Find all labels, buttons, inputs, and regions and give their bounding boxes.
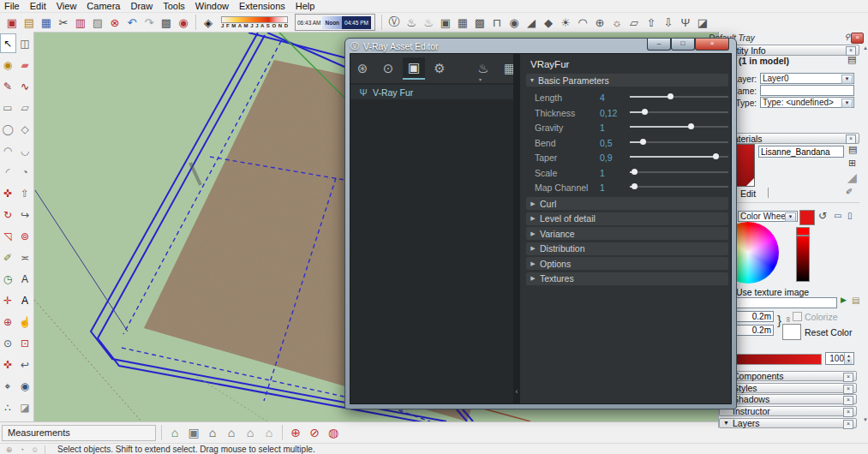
zoom-tool[interactable]: ⊙	[0, 333, 16, 353]
reset-color-swatch[interactable]	[782, 324, 801, 340]
zoom-previous-tool[interactable]: ↩	[17, 355, 33, 374]
parameter-slider[interactable]	[630, 150, 728, 164]
shadow-date-slider[interactable]: J F M A M J J A S O N D	[219, 15, 290, 30]
parameter-slider[interactable]	[630, 120, 728, 134]
shadow-time-slider[interactable]: 06:43 AM Noon 04:45 PM	[295, 14, 375, 31]
render-interactive-icon[interactable]: ♨	[420, 14, 437, 31]
parameter-slider[interactable]	[630, 105, 728, 119]
section-rollup-icon[interactable]: ×	[843, 396, 853, 405]
layer-dropdown[interactable]: Layer0 ▼	[760, 73, 854, 84]
scale-tool[interactable]: ◹	[0, 226, 16, 246]
menu-edit[interactable]: Edit	[30, 1, 53, 11]
follow-me-tool[interactable]: ↪	[17, 205, 33, 224]
section-cut-icon[interactable]: ◍	[324, 423, 343, 442]
erase-icon[interactable]: ⊗	[106, 14, 123, 31]
parameter-slider[interactable]	[630, 165, 728, 179]
section-plane-tool[interactable]: ◪	[17, 397, 33, 417]
menu-window[interactable]: Window	[195, 1, 236, 11]
color-picker-dropdown[interactable]: Color Wheel ▼	[738, 211, 798, 222]
parameter-slider[interactable]	[630, 180, 728, 194]
slider-handle[interactable]	[667, 93, 673, 99]
menu-extensions[interactable]: Extensions	[239, 1, 292, 11]
eyedropper-icon[interactable]: ✐	[846, 187, 853, 196]
close-button[interactable]: ×	[695, 39, 729, 51]
spinner-arrows-icon[interactable]: ▲▼	[844, 353, 853, 364]
collapsed-section[interactable]: ▶ Curl	[526, 197, 728, 210]
parameter-value[interactable]: 4	[600, 93, 605, 103]
clipper-icon[interactable]: ◪	[694, 14, 711, 31]
lock-frame-buffer-icon[interactable]: ▩	[471, 14, 488, 31]
colorize-checkbox[interactable]	[793, 312, 802, 321]
section-rollup-icon[interactable]: ×	[843, 373, 853, 382]
browse-texture-icon[interactable]: ▶	[841, 296, 847, 304]
parameter-slider[interactable]	[630, 135, 728, 149]
slider-handle[interactable]	[713, 153, 719, 159]
name-field[interactable]	[760, 85, 854, 96]
pin-icon[interactable]: ⚲	[844, 33, 850, 41]
mesh-light-icon[interactable]: ⊕	[591, 14, 608, 31]
polygon-tool[interactable]: ◇	[17, 119, 33, 139]
texture-stack-icon[interactable]: ▤	[852, 296, 859, 305]
maximize-button[interactable]: □	[671, 39, 695, 51]
line-tool[interactable]: ✎	[0, 76, 16, 96]
position-camera-tool[interactable]: ⌖	[0, 376, 16, 396]
two-point-arc-tool[interactable]: ◡	[17, 140, 33, 160]
shadow-date-track[interactable]	[221, 16, 288, 23]
chevron-down-icon[interactable]: ▼	[785, 212, 796, 222]
create-material-icon[interactable]: ⊞	[848, 158, 856, 169]
text-tool[interactable]: A	[17, 269, 33, 289]
parameter-value[interactable]: 1	[600, 182, 605, 193]
pie-tool[interactable]: ◔	[17, 162, 33, 182]
axes-tool[interactable]: ✛	[0, 290, 16, 310]
sphere-light-icon[interactable]: ◉	[506, 14, 523, 31]
collapsed-section[interactable]: ▶ Level of detail	[526, 212, 728, 225]
fur-icon[interactable]: Ψ	[677, 14, 694, 31]
entity-info-header[interactable]: Entity Info ×	[721, 45, 859, 56]
model-info-icon[interactable]: ◉	[175, 14, 192, 31]
tape-measure-tool[interactable]: ✐	[0, 248, 16, 267]
collapsed-section[interactable]: ▶ Variance	[526, 227, 728, 240]
right-view-icon[interactable]: ⌂	[222, 423, 241, 442]
spot-light-icon[interactable]: ◢	[523, 14, 540, 31]
materials-rollup-icon[interactable]: ×	[846, 134, 856, 144]
menu-tools[interactable]: Tools	[163, 1, 192, 11]
front-view-icon[interactable]: ⌂	[203, 423, 222, 442]
parameter-value[interactable]: 0,5	[600, 138, 613, 148]
dome-light-icon[interactable]: ◠	[574, 14, 591, 31]
slider-handle[interactable]	[688, 123, 694, 129]
menu-draw[interactable]: Draw	[130, 1, 159, 11]
menu-file[interactable]: File	[4, 1, 27, 11]
infinite-plane-icon[interactable]: ▱	[626, 14, 643, 31]
menu-help[interactable]: Help	[296, 1, 322, 11]
display-pane-icon[interactable]: ▤	[848, 144, 857, 155]
eraser-tool[interactable]: ▰	[17, 55, 33, 75]
export-proxy-icon[interactable]: ⇧	[643, 14, 660, 31]
cut-icon[interactable]: ✂	[55, 14, 72, 31]
parameter-value[interactable]: 0,9	[600, 152, 613, 163]
sun-light-icon[interactable]: ☼	[608, 14, 626, 31]
dialog-title-bar[interactable]: Ⓥ V-Ray Asset Editor	[350, 40, 439, 52]
print-icon[interactable]: ▩	[158, 14, 175, 31]
push-pull-tool[interactable]: ⇧	[17, 183, 33, 203]
collapsed-section[interactable]: ▶ Distribution	[526, 242, 728, 255]
walk-tool[interactable]: ∴	[0, 397, 16, 417]
parameter-value[interactable]: 1	[600, 168, 605, 178]
rectangle-tool[interactable]: ▭	[0, 98, 16, 117]
match-model-color-icon[interactable]: ▭	[834, 211, 841, 220]
zoom-extents-tool[interactable]: ✜	[0, 355, 16, 374]
slider-handle[interactable]	[632, 169, 638, 175]
settings-tab[interactable]: ⚙	[428, 57, 451, 80]
texture-image-field[interactable]	[721, 297, 837, 308]
render-dropdown-icon[interactable]: ▾	[479, 76, 482, 82]
materials-tab[interactable]: ⊛	[351, 57, 374, 80]
vray-logo-icon[interactable]: Ⓥ	[386, 14, 403, 31]
frame-buffer-icon[interactable]: ▣	[437, 14, 454, 31]
rotate-tool[interactable]: ↻	[0, 205, 16, 224]
shadow-toggle-icon[interactable]: ◈	[200, 14, 217, 31]
parameter-slider[interactable]	[630, 90, 728, 104]
arc-tool[interactable]: ◠	[0, 140, 16, 160]
select-tool[interactable]: ↖	[0, 33, 16, 53]
tray-close-button[interactable]: ×	[851, 33, 864, 44]
match-screen-color-icon[interactable]: ▯	[847, 211, 853, 220]
iso-view-icon[interactable]: ⌂	[165, 423, 184, 442]
